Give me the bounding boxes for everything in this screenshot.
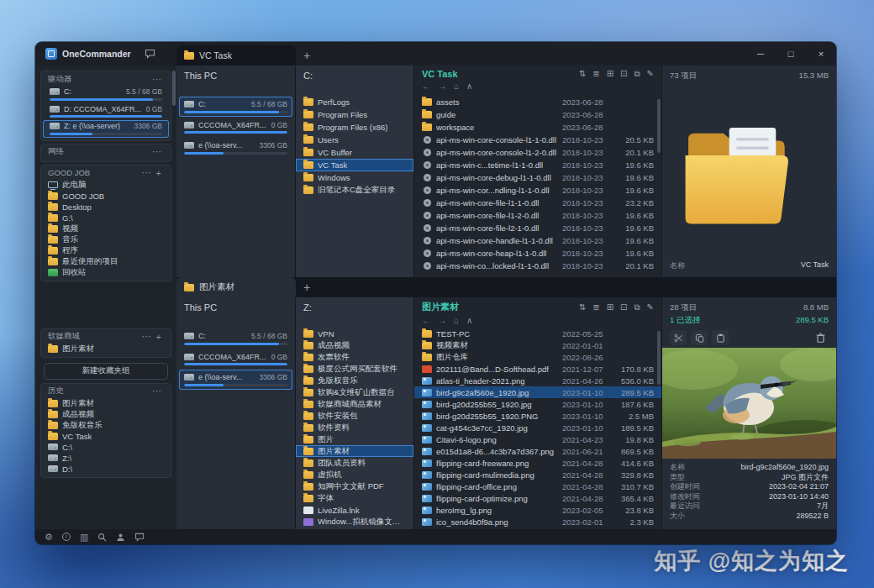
file-row[interactable]: api-ms-win-cor...ndling-l1-1-0.dll 2018-… (414, 184, 661, 197)
user-icon[interactable] (116, 533, 125, 542)
folder-item[interactable]: 成品视频 (296, 339, 413, 351)
file-row[interactable]: e015d1a8-d6...4c3b7a7d367.png 2021-06-21… (414, 445, 661, 457)
feedback-chat-icon[interactable] (145, 49, 155, 59)
history-menu-button[interactable]: ⋯ (150, 386, 164, 396)
chat-icon[interactable] (134, 533, 145, 542)
forward-icon[interactable]: → (438, 81, 446, 91)
file-row[interactable]: flipping-card-office.png 2021-04-28 310.… (414, 480, 661, 492)
sidebar-drive[interactable]: C: 5.5 / 68 GB (43, 86, 169, 103)
file-row[interactable]: atlas-ti_header-2021.png 2021-04-26 536.… (414, 375, 661, 386)
up-icon[interactable]: ∧ (466, 81, 472, 91)
file-row[interactable]: heroImg_lg.png 2023-02-05 23.8 KB (414, 504, 661, 516)
sort-icon[interactable]: ⇅ (579, 69, 586, 79)
close-button[interactable]: × (806, 42, 836, 66)
folder-item[interactable]: 知网中文文献 PDF (296, 480, 413, 492)
sidebar-item[interactable]: G:\ (41, 213, 171, 223)
file-row[interactable]: bird-g20d255b55_1920.jpg 2023-01-10 187.… (414, 398, 661, 410)
folder-item[interactable]: 软件安装包 (296, 410, 413, 422)
folder-item[interactable]: 团队成员资料 (296, 457, 413, 469)
folder-item[interactable]: 图片素材 (296, 445, 413, 457)
folder-item[interactable]: Program Files (x86) (296, 121, 413, 134)
new-tab-button[interactable]: + (296, 45, 318, 66)
folder-item[interactable]: 虚拟机 (296, 469, 413, 480)
file-row[interactable]: flipping-card-freeware.png 2021-04-28 41… (414, 457, 661, 469)
sidebar-item[interactable]: 图片素材 (41, 398, 171, 409)
ruanmei-menu-button[interactable]: ⋯ (140, 331, 154, 342)
file-row[interactable]: api-ms-win-core-console-l1-1-0.dll 2018-… (414, 134, 661, 146)
file-row[interactable]: workspace 2023-06-28 (414, 121, 661, 134)
file-row[interactable]: bird-g9c2af560e_1920.jpg 2023-01-10 289.… (414, 386, 661, 398)
file-row[interactable]: 图片仓库 2022-08-26 (414, 351, 661, 363)
sidebar-drive[interactable]: Z: e (\\oa-server) 3306 GB (43, 120, 169, 138)
sidebar-item[interactable]: D:\ (41, 464, 171, 475)
folder-item[interactable]: 免版权音乐 (296, 375, 413, 386)
minimize-button[interactable]: ─ (745, 42, 776, 66)
sidebar-item[interactable]: C:\ (41, 442, 171, 453)
back-icon[interactable]: ← (422, 81, 430, 91)
file-row[interactable]: api-ms-win-core-handle-l1-1-0.dll 2018-1… (414, 234, 661, 247)
file-row[interactable]: flipping-card-mulimedia.png 2021-04-28 3… (414, 469, 661, 480)
cut-icon[interactable] (670, 330, 687, 345)
back-icon[interactable]: ← (422, 316, 430, 325)
grid-view-icon[interactable]: ⊞ (607, 69, 613, 79)
column-title-c-drive[interactable]: C: (296, 66, 413, 96)
settings-gear-icon[interactable]: ⚙ (45, 533, 53, 542)
folder-item[interactable]: Windows (296, 171, 413, 184)
new-favorites-group-button[interactable]: 新建收藏夹组 (44, 363, 168, 380)
sidebar-item[interactable]: VC Task (41, 431, 171, 442)
drives-menu-button[interactable]: ⋯ (150, 74, 164, 85)
up-icon[interactable]: ∧ (466, 316, 472, 325)
titlebar[interactable]: OneCommander VC Task + ─ □ × (35, 42, 836, 66)
home-icon[interactable]: ⌂ (454, 316, 459, 325)
file-row[interactable]: api-ms-win-core-debug-l1-1-0.dll 2018-10… (414, 171, 661, 184)
folder-item[interactable]: 字体 (296, 492, 413, 504)
edit-icon[interactable]: ✎ (647, 302, 654, 312)
drive-item[interactable]: CCCOMA_X64FR... 0 GB (179, 349, 292, 370)
goodjob-add-button[interactable]: + (154, 168, 164, 178)
file-list-scrollbar[interactable] (657, 99, 661, 153)
sidebar-item[interactable]: 音乐 (41, 234, 171, 245)
list-view-icon[interactable]: ≣ (592, 69, 599, 79)
copy-path-icon[interactable]: ⧉ (634, 69, 640, 79)
file-row[interactable]: bird-g20d255b55_1920.PNG 2023-01-10 2.5 … (414, 410, 661, 422)
sidebar-item[interactable]: Desktop (41, 202, 171, 213)
folder-item[interactable]: 旧笔记本C盘全家目录 (296, 184, 413, 197)
file-row[interactable]: ico_send4b0f9a.png 2023-02-01 2.3 KB (414, 516, 661, 528)
drive-item[interactable]: C: 5.5 / 68 GB (179, 97, 292, 117)
sidebar-item[interactable]: 回收站 (41, 267, 171, 278)
maximize-button[interactable]: □ (776, 42, 806, 66)
file-row[interactable]: api-ms-win-core-heap-l1-1-0.dll 2018-10-… (414, 247, 661, 260)
list-view-icon[interactable]: ≣ (592, 302, 599, 312)
file-row[interactable]: api-ms-win-core-file-l1-1-0.dll 2018-10-… (414, 197, 661, 209)
search-icon[interactable] (97, 533, 107, 542)
file-row[interactable]: api-ms-win-core-file-l1-2-0.dll 2018-10-… (414, 209, 661, 222)
file-row[interactable]: api-ms-win-core-file-l2-1-0.dll 2018-10-… (414, 222, 661, 234)
copy-path-icon[interactable]: ⧉ (634, 302, 640, 312)
folder-item[interactable]: 发票软件 (296, 351, 413, 363)
sidebar-item[interactable]: Z:\ (41, 453, 171, 464)
folder-item[interactable]: PerfLogs (296, 96, 413, 108)
column-title-this-pc[interactable]: This PC (176, 297, 295, 328)
folder-item[interactable]: 软媒商城商品素材 (296, 398, 413, 410)
folder-item[interactable]: LiveZilla.lnk (296, 504, 413, 516)
sidebar-item[interactable]: 图片素材 (41, 344, 171, 354)
info-icon[interactable]: i (62, 533, 71, 541)
column-title-z-drive[interactable]: Z: (296, 297, 413, 328)
folder-item[interactable]: VPN (296, 328, 413, 339)
file-row[interactable]: 202111@Band...D-Softhead.pdf 2021-12-07 … (414, 363, 661, 375)
network-menu-button[interactable]: ⋯ (150, 146, 164, 157)
goodjob-menu-button[interactable]: ⋯ (140, 167, 154, 178)
folder-item[interactable]: 极度公式网买配套软件 (296, 363, 413, 375)
file-row[interactable]: api-ms-win-co...locked-l1-1-0.dll 2018-1… (414, 260, 661, 272)
file-row[interactable]: Citavi-6-logo.png 2021-04-23 19.8 KB (414, 433, 661, 445)
delete-icon[interactable] (812, 330, 829, 345)
file-row[interactable]: TEST-PC 2022-05-25 (414, 328, 661, 339)
drive-item[interactable]: C: 5.5 / 68 GB (179, 328, 292, 349)
folder-item[interactable]: 软件资料 (296, 422, 413, 433)
column-title-this-pc[interactable]: This PC (176, 66, 295, 96)
sidebar-item[interactable]: 程序 (41, 245, 171, 256)
sidebar-item[interactable]: 免版权音乐 (41, 420, 171, 431)
folder-item[interactable]: Program Files (296, 108, 413, 121)
sidebar-item[interactable]: 视频 (41, 223, 171, 234)
copy-icon[interactable] (691, 330, 708, 345)
